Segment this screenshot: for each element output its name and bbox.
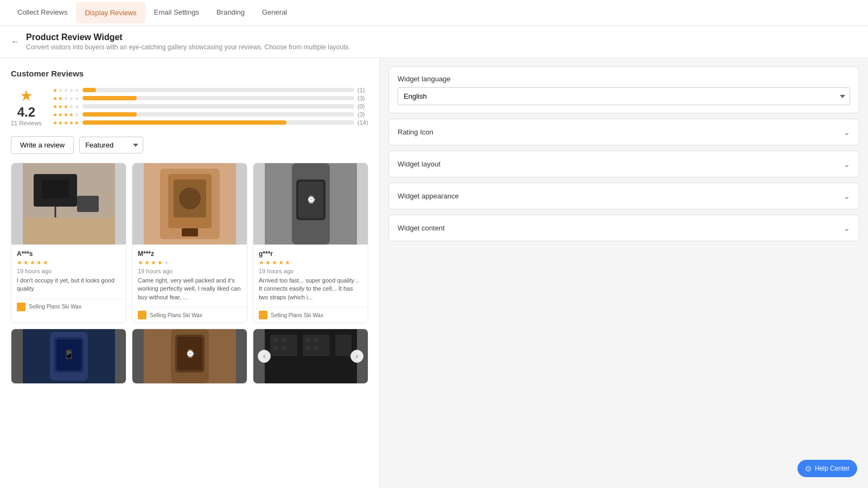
widget-content-section: Widget content ⌄ <box>388 215 859 241</box>
chevron-down-icon: ⌄ <box>843 159 850 169</box>
product-thumbnail <box>259 311 267 319</box>
tab-branding[interactable]: Branding <box>208 2 253 24</box>
write-review-button[interactable]: Write a review <box>11 136 74 154</box>
card-body-3: g***r ★★★★★ 19 hours ago Arrived too fas… <box>253 245 368 307</box>
review-card: M***z ★★★★★ 19 hours ago Came right, ver… <box>132 163 247 323</box>
bar-row-3star: ★ ★ ★ ★ ★ (0) <box>53 103 368 110</box>
bar-row-4star: ★ ★ ★ ★ ★ (3) <box>53 111 368 118</box>
settings-panel: Widget language English Spanish French G… <box>380 58 868 488</box>
top-navigation: Collect Reviews Display Reviews Email Se… <box>0 0 868 26</box>
big-rating: ★ 4.2 21 Reviews <box>11 87 42 126</box>
partial-card-3: ‹ › <box>253 329 368 384</box>
partial-card-image-1: 📱 <box>11 329 126 383</box>
rating-bars: ★ ★ ★ ★ ★ (1) ★ ★ ★ ★ <box>53 87 368 127</box>
tab-collect-reviews[interactable]: Collect Reviews <box>9 2 76 24</box>
star-filled: ★ <box>69 112 74 118</box>
tab-display-reviews[interactable]: Display Reviews <box>76 2 145 23</box>
tab-general[interactable]: General <box>253 2 296 24</box>
chevron-down-icon: ⌄ <box>843 191 850 201</box>
help-icon: ⊙ <box>805 464 812 473</box>
star-empty: ★ <box>63 87 68 93</box>
chevron-down-icon: ⌄ <box>843 127 850 137</box>
partial-card-image-2: ⌚ <box>132 329 247 383</box>
star-filled: ★ <box>74 120 79 126</box>
svg-text:⌚: ⌚ <box>185 349 195 358</box>
widget-layout-header[interactable]: Widget layout ⌄ <box>389 151 859 177</box>
partial-card-2: ⌚ <box>132 329 247 384</box>
svg-point-34 <box>305 337 311 343</box>
tab-email-settings[interactable]: Email Settings <box>145 2 208 24</box>
back-button[interactable]: ← <box>11 37 20 47</box>
preview-panel: Customer Reviews ★ 4.2 21 Reviews ★ ★ ★ … <box>0 58 380 488</box>
star-filled: ★ <box>63 104 68 110</box>
rating-score: 4.2 <box>11 105 42 120</box>
card-text: Arrived too fast... super good quality .… <box>259 277 362 301</box>
svg-point-10 <box>179 188 201 209</box>
star-empty: ★ <box>63 95 68 101</box>
help-label: Help Center <box>815 465 850 472</box>
svg-rect-2 <box>42 179 69 198</box>
card-stars: ★★★★★ <box>138 259 241 266</box>
bar-count-1: (1) <box>358 87 368 93</box>
product-name: Selling Plans Ski Wax <box>29 304 81 310</box>
bottom-cards-row: 📱 ⌚ <box>11 329 368 384</box>
bar-count-4: (3) <box>358 111 368 118</box>
product-name: Selling Plans Ski Wax <box>271 312 323 318</box>
star-filled: ★ <box>53 120 58 126</box>
card-time: 19 hours ago <box>17 268 120 274</box>
partial-card-1: 📱 <box>11 329 126 384</box>
rating-icon-section: Rating Icon ⌄ <box>388 119 859 145</box>
card-time: 19 hours ago <box>259 268 362 274</box>
bar-count-2: (3) <box>358 95 368 101</box>
star-filled: ★ <box>63 112 68 118</box>
card-footer: Selling Plans Ski Wax <box>11 299 126 314</box>
reviewer-name: M***z <box>138 250 241 258</box>
carousel-prev-button[interactable]: ‹ <box>258 350 271 363</box>
svg-point-37 <box>314 345 319 351</box>
star-empty: ★ <box>69 95 74 101</box>
star-empty: ★ <box>58 87 63 93</box>
svg-point-29 <box>273 337 278 343</box>
help-center-button[interactable]: ⊙ Help Center <box>797 460 857 477</box>
star-filled: ★ <box>58 95 63 101</box>
svg-point-31 <box>273 345 278 351</box>
rating-icon-title: Rating Icon <box>398 128 433 136</box>
svg-rect-4 <box>77 196 99 212</box>
bar-row-1star: ★ ★ ★ ★ ★ (1) <box>53 87 368 93</box>
card-footer: Selling Plans Ski Wax <box>132 307 247 323</box>
language-section: Widget language English Spanish French G… <box>388 67 859 113</box>
card-image-3: ⌚ <box>253 163 368 245</box>
language-label: Widget language <box>398 75 850 83</box>
widget-layout-section: Widget layout ⌄ <box>388 151 859 177</box>
page-header: ← Product Review Widget Convert visitors… <box>0 26 868 58</box>
card-stars: ★★★★★ <box>259 259 362 266</box>
review-cards-grid: A***s ★★★★★ 19 hours ago I don't occupy … <box>11 163 368 323</box>
star-filled: ★ <box>58 112 63 118</box>
widget-content-header[interactable]: Widget content ⌄ <box>389 215 859 241</box>
product-thumbnail <box>138 311 146 319</box>
star-empty: ★ <box>74 104 79 110</box>
widget-layout-title: Widget layout <box>398 160 441 168</box>
svg-rect-5 <box>23 217 115 245</box>
actions-row: Write a review Featured Newest Highest r… <box>11 136 368 154</box>
rating-summary: ★ 4.2 21 Reviews ★ ★ ★ ★ ★ (1) <box>11 87 368 127</box>
star-filled: ★ <box>53 112 58 118</box>
bar-row-5star: ★ ★ ★ ★ ★ (14) <box>53 119 368 126</box>
language-select[interactable]: English Spanish French German Italian Po… <box>398 87 850 105</box>
star-empty: ★ <box>69 104 74 110</box>
widget-appearance-header[interactable]: Widget appearance ⌄ <box>389 183 859 209</box>
sort-select[interactable]: Featured Newest Highest rated Lowest rat… <box>79 137 143 153</box>
review-card: ⌚ g***r ★★★★★ 19 hours ago Arrived too f… <box>253 163 368 323</box>
bar-count-3: (0) <box>358 103 368 110</box>
widget-content-title: Widget content <box>398 224 445 232</box>
review-card: A***s ★★★★★ 19 hours ago I don't occupy … <box>11 163 126 323</box>
carousel-next-button[interactable]: › <box>350 350 363 363</box>
reviewer-name: A***s <box>17 250 120 258</box>
card-text: Came right, very well packed and it's wo… <box>138 277 241 301</box>
product-thumbnail <box>17 303 25 311</box>
review-count: 21 Reviews <box>11 120 42 126</box>
rating-icon-header[interactable]: Rating Icon ⌄ <box>389 119 859 145</box>
card-body-2: M***z ★★★★★ 19 hours ago Came right, ver… <box>132 245 247 307</box>
star-filled: ★ <box>58 120 63 126</box>
reviewer-name: g***r <box>259 250 362 258</box>
